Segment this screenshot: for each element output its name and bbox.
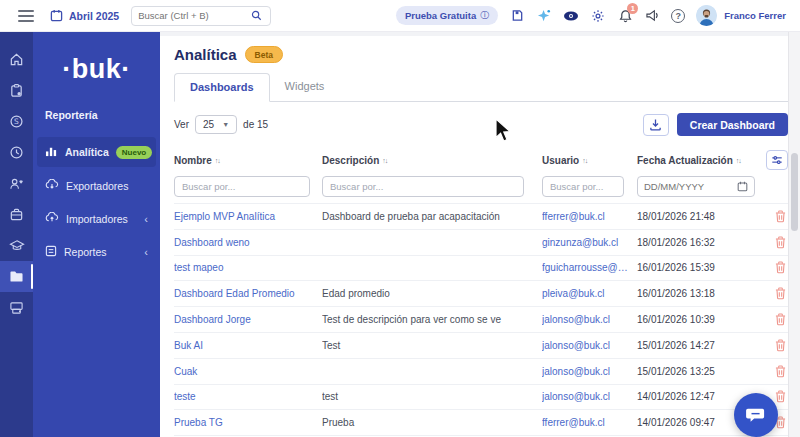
sidebar-item-importadores[interactable]: Importadores ‹ — [37, 204, 156, 233]
rail-training-icon[interactable] — [0, 230, 33, 261]
sort-icon: ↑↓ — [382, 157, 387, 164]
download-button[interactable] — [643, 114, 669, 136]
dashboard-name-link[interactable]: Dashboard Jorge — [174, 314, 322, 325]
dashboard-name-link[interactable]: Dashboard weno — [174, 237, 322, 248]
report-doc-icon — [45, 245, 57, 259]
delete-trash-icon[interactable] — [775, 236, 786, 249]
sidebar-item-label: Analítica — [65, 146, 109, 158]
page-title: Analítica — [174, 46, 237, 63]
table-row: Buk AI Test jalonso@buk.cl 15/01/2026 14… — [174, 332, 788, 358]
user-name[interactable]: Franco Ferrer — [724, 10, 786, 21]
trial-badge-label: Prueba Gratuita — [405, 10, 476, 21]
notifications-bell-icon[interactable]: 1 — [617, 8, 633, 24]
rail-home-icon[interactable] — [0, 44, 33, 75]
dashboard-name-link[interactable]: Ejemplo MVP Analítica — [174, 211, 322, 222]
dashboard-updated-at: 18/01/2026 21:48 — [637, 211, 759, 222]
scrollbar-track[interactable] — [788, 32, 800, 437]
filter-usuario-input[interactable] — [542, 176, 624, 197]
rail-kiosk-icon[interactable] — [0, 292, 33, 323]
dashboard-user: jalonso@buk.cl — [542, 366, 637, 377]
dashboard-name-link[interactable]: Cuak — [174, 366, 322, 377]
column-header-fecha[interactable]: Fecha Actualización↑↓ — [637, 155, 759, 166]
dashboard-name-link[interactable]: Buk AI — [174, 340, 322, 351]
dashboard-updated-at: 15/01/2026 13:25 — [637, 366, 759, 377]
rail-talent-icon[interactable] — [0, 168, 33, 199]
dashboard-updated-at: 18/01/2026 16:32 — [637, 237, 759, 248]
help-icon[interactable]: ? — [671, 9, 685, 23]
sidebar-item-label: Reportes — [64, 246, 107, 258]
tab-widgets[interactable]: Widgets — [270, 73, 340, 101]
dashboard-name-link[interactable]: test mapeo — [174, 262, 322, 273]
sidebar-item-label: Importadores — [66, 213, 128, 225]
bookmark-icon[interactable] — [509, 8, 525, 24]
table-row: teste test jalonso@buk.cl 14/01/2026 12:… — [174, 384, 788, 410]
main-content: Analítica Beta Dashboards Widgets Ver 25… — [160, 32, 800, 437]
scrollbar-thumb[interactable] — [791, 153, 798, 231]
ai-sparkle-icon[interactable] — [536, 8, 552, 24]
table-filter-row — [174, 176, 788, 203]
column-header-usuario[interactable]: Usuario↑↓ — [542, 155, 637, 166]
global-search[interactable] — [131, 6, 271, 26]
calendar-icon — [48, 8, 64, 24]
filter-nombre-input[interactable] — [174, 176, 310, 197]
column-settings-button[interactable] — [766, 150, 788, 170]
filter-descripcion-input[interactable] — [322, 176, 524, 197]
filter-fecha-input[interactable] — [637, 176, 755, 197]
delete-trash-icon[interactable] — [775, 313, 786, 326]
dashboard-user: jalonso@buk.cl — [542, 391, 637, 402]
eye-icon[interactable] — [563, 8, 579, 24]
date-field[interactable] — [644, 181, 733, 192]
gear-icon[interactable] — [590, 8, 606, 24]
dashboard-updated-at: 16/01/2026 15:39 — [637, 262, 759, 273]
hamburger-menu-icon[interactable] — [18, 10, 34, 22]
delete-trash-icon[interactable] — [775, 365, 786, 378]
trial-badge[interactable]: Prueba Gratuita ⓘ — [396, 6, 498, 25]
tab-dashboards[interactable]: Dashboards — [174, 73, 270, 102]
sidebar-item-reportes[interactable]: Reportes ‹ — [37, 237, 156, 267]
rail-briefcase-icon[interactable] — [0, 199, 33, 230]
delete-trash-icon[interactable] — [775, 390, 786, 403]
megaphone-icon[interactable] — [644, 8, 660, 24]
calendar-icon[interactable] — [737, 178, 748, 196]
column-header-nombre[interactable]: Nombre↑↓ — [174, 155, 322, 166]
page-size-select[interactable]: 25 ▼ — [195, 115, 237, 134]
rail-payroll-icon[interactable]: S — [0, 106, 33, 137]
table-header-row: Nombre↑↓ Descripción↑↓ Usuario↑↓ Fecha A… — [174, 146, 788, 176]
topbar: Abril 2025 Prueba Gratuita ⓘ — [0, 0, 800, 32]
dashboard-name-link[interactable]: Prueba TG — [174, 417, 322, 428]
delete-trash-icon[interactable] — [775, 210, 786, 223]
global-search-input[interactable] — [138, 10, 244, 21]
chevron-left-icon: ‹ — [144, 213, 148, 225]
dashboard-user: pleiva@buk.cl — [542, 288, 637, 299]
bar-chart-icon — [45, 145, 58, 159]
delete-trash-icon[interactable] — [775, 339, 786, 352]
dashboard-user: fferrer@buk.cl — [542, 211, 637, 222]
info-icon: ⓘ — [480, 9, 489, 22]
chevron-left-icon: ‹ — [144, 246, 148, 258]
create-dashboard-button[interactable]: Crear Dashboard — [677, 113, 788, 136]
dashboard-name-link[interactable]: teste — [174, 391, 322, 402]
month-picker[interactable]: Abril 2025 — [48, 8, 119, 24]
dashboard-description: Test — [322, 340, 542, 351]
sort-icon: ↑↓ — [736, 157, 741, 164]
dashboard-description: Prueba — [322, 417, 542, 428]
avatar[interactable] — [696, 5, 717, 26]
table-toolbar: Ver 25 ▼ de 15 Crear Dashboard — [174, 113, 788, 136]
delete-trash-icon[interactable] — [775, 287, 786, 300]
rail-reports-icon[interactable] — [0, 261, 33, 292]
sidebar-section-label: Reportería — [33, 109, 160, 121]
sort-icon: ↑↓ — [582, 157, 587, 164]
sidebar-item-analitica[interactable]: Analítica Nuevo — [37, 137, 156, 167]
dashboard-user: jalonso@buk.cl — [542, 340, 637, 351]
rail-clipboard-icon[interactable] — [0, 75, 33, 106]
search-icon[interactable] — [248, 8, 264, 24]
delete-trash-icon[interactable] — [775, 261, 786, 274]
chat-fab-button[interactable] — [734, 393, 778, 437]
dashboard-name-link[interactable]: Dashboard Edad Promedio — [174, 288, 322, 299]
sidebar-item-exportadores[interactable]: Exportadores — [37, 171, 156, 200]
nuevo-badge: Nuevo — [116, 146, 152, 159]
total-count-label: de 15 — [243, 119, 268, 130]
column-header-descripcion[interactable]: Descripción↑↓ — [322, 155, 542, 166]
rail-time-icon[interactable] — [0, 137, 33, 168]
table-row: Ejemplo MVP Analítica Dashboard de prueb… — [174, 203, 788, 229]
